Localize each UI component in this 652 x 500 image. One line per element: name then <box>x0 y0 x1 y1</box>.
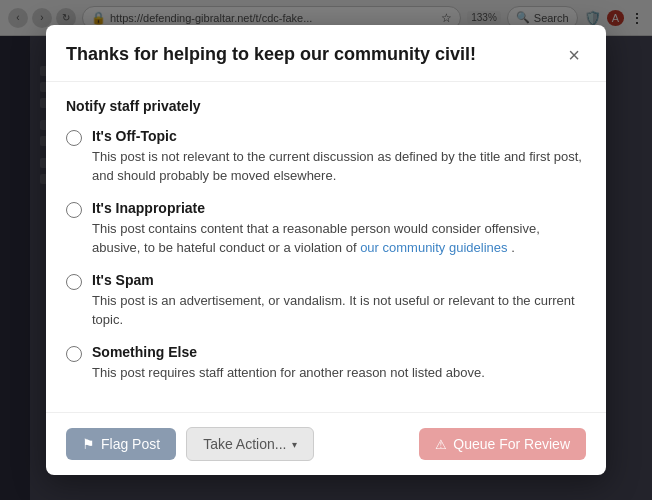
chevron-down-icon: ▾ <box>292 439 297 450</box>
something-else-desc: This post requires staff attention for a… <box>92 363 485 383</box>
flag-post-label: Flag Post <box>101 436 160 452</box>
something-else-title: Something Else <box>92 344 485 360</box>
inappropriate-desc: This post contains content that a reason… <box>92 219 586 258</box>
radio-something-else[interactable] <box>66 346 82 362</box>
modal-header: Thanks for helping to keep our community… <box>46 25 606 82</box>
queue-label: Queue For Review <box>453 436 570 452</box>
option-spam: It's Spam This post is an advertisement,… <box>66 272 586 330</box>
flag-icon: ⚑ <box>82 436 95 452</box>
take-action-button[interactable]: Take Action... ▾ <box>186 427 314 461</box>
warning-icon: ⚠ <box>435 437 447 452</box>
flag-modal: Thanks for helping to keep our community… <box>46 25 606 476</box>
radio-spam[interactable] <box>66 274 82 290</box>
queue-for-review-button[interactable]: ⚠ Queue For Review <box>419 428 586 460</box>
off-topic-title: It's Off-Topic <box>92 128 586 144</box>
modal-body: Notify staff privately It's Off-Topic Th… <box>46 82 606 413</box>
radio-off-topic[interactable] <box>66 130 82 146</box>
section-label: Notify staff privately <box>66 98 586 114</box>
spam-content: It's Spam This post is an advertisement,… <box>92 272 586 330</box>
something-else-content: Something Else This post requires staff … <box>92 344 485 383</box>
community-guidelines-link[interactable]: our community guidelines <box>360 240 507 255</box>
take-action-label: Take Action... <box>203 436 286 452</box>
flag-post-button[interactable]: ⚑ Flag Post <box>66 428 176 460</box>
modal-title: Thanks for helping to keep our community… <box>66 44 476 65</box>
modal-footer: ⚑ Flag Post Take Action... ▾ ⚠ Queue For… <box>46 412 606 475</box>
option-something-else: Something Else This post requires staff … <box>66 344 586 383</box>
close-button[interactable]: × <box>562 43 586 67</box>
option-off-topic: It's Off-Topic This post is not relevant… <box>66 128 586 186</box>
off-topic-content: It's Off-Topic This post is not relevant… <box>92 128 586 186</box>
spam-desc: This post is an advertisement, or vandal… <box>92 291 586 330</box>
off-topic-desc: This post is not relevant to the current… <box>92 147 586 186</box>
modal-overlay: Thanks for helping to keep our community… <box>0 0 652 500</box>
radio-inappropriate[interactable] <box>66 202 82 218</box>
inappropriate-content: It's Inappropriate This post contains co… <box>92 200 586 258</box>
spam-title: It's Spam <box>92 272 586 288</box>
option-inappropriate: It's Inappropriate This post contains co… <box>66 200 586 258</box>
inappropriate-title: It's Inappropriate <box>92 200 586 216</box>
inappropriate-desc-after: . <box>508 240 515 255</box>
